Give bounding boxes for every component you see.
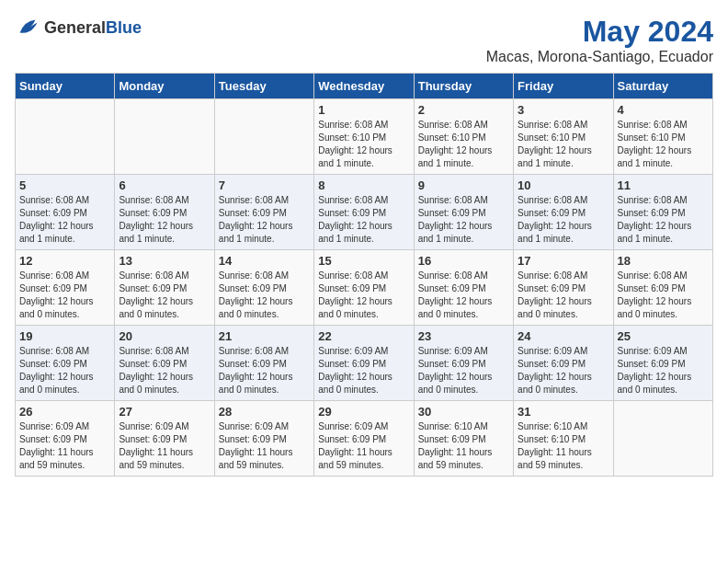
day-number: 27 [119,405,210,419]
calendar-cell: 21Sunrise: 6:08 AM Sunset: 6:09 PM Dayli… [214,326,313,401]
calendar-cell: 6Sunrise: 6:08 AM Sunset: 6:09 PM Daylig… [115,175,214,250]
calendar-cell: 2Sunrise: 6:08 AM Sunset: 6:10 PM Daylig… [414,99,513,175]
day-info: Sunrise: 6:08 AM Sunset: 6:09 PM Dayligh… [119,194,210,246]
day-info: Sunrise: 6:08 AM Sunset: 6:09 PM Dayligh… [318,194,409,246]
day-info: Sunrise: 6:09 AM Sunset: 6:09 PM Dayligh… [318,345,409,396]
calendar-cell: 13Sunrise: 6:08 AM Sunset: 6:09 PM Dayli… [115,250,214,326]
day-info: Sunrise: 6:08 AM Sunset: 6:09 PM Dayligh… [618,194,709,246]
calendar-cell: 8Sunrise: 6:08 AM Sunset: 6:09 PM Daylig… [314,175,414,250]
day-info: Sunrise: 6:10 AM Sunset: 6:09 PM Dayligh… [418,420,509,472]
day-number: 22 [318,329,409,343]
day-number: 10 [518,178,609,192]
day-number: 21 [219,329,310,343]
calendar-cell: 12Sunrise: 6:08 AM Sunset: 6:09 PM Dayli… [16,250,115,326]
day-info: Sunrise: 6:08 AM Sunset: 6:09 PM Dayligh… [318,270,409,321]
day-number: 24 [518,329,609,343]
calendar-table: Sunday Monday Tuesday Wednesday Thursday… [15,73,713,477]
day-number: 7 [219,178,310,192]
calendar-header: Sunday Monday Tuesday Wednesday Thursday… [16,74,713,99]
calendar-week-1: 1Sunrise: 6:08 AM Sunset: 6:10 PM Daylig… [16,99,713,175]
calendar-cell: 26Sunrise: 6:09 AM Sunset: 6:09 PM Dayli… [16,401,115,477]
day-info: Sunrise: 6:08 AM Sunset: 6:09 PM Dayligh… [518,194,609,246]
calendar-cell: 1Sunrise: 6:08 AM Sunset: 6:10 PM Daylig… [314,99,414,175]
calendar-cell [115,99,214,175]
day-info: Sunrise: 6:08 AM Sunset: 6:09 PM Dayligh… [518,270,609,321]
header-saturday: Saturday [613,74,712,99]
calendar-cell: 30Sunrise: 6:10 AM Sunset: 6:09 PM Dayli… [414,401,513,477]
day-number: 2 [418,103,509,117]
calendar-cell [16,99,115,175]
day-number: 16 [418,254,509,268]
day-number: 14 [219,254,310,268]
main-title: May 2024 [486,15,713,49]
day-number: 4 [618,103,709,117]
calendar-cell: 18Sunrise: 6:08 AM Sunset: 6:09 PM Dayli… [613,250,712,326]
calendar-cell: 7Sunrise: 6:08 AM Sunset: 6:09 PM Daylig… [214,175,313,250]
calendar-cell: 16Sunrise: 6:08 AM Sunset: 6:09 PM Dayli… [414,250,513,326]
logo-text: GeneralBlue [44,18,142,38]
day-number: 17 [518,254,609,268]
day-number: 8 [318,178,409,192]
day-number: 28 [219,405,310,419]
day-info: Sunrise: 6:09 AM Sunset: 6:09 PM Dayligh… [119,420,210,472]
day-info: Sunrise: 6:08 AM Sunset: 6:10 PM Dayligh… [618,119,709,170]
logo-icon [15,15,40,40]
header-tuesday: Tuesday [214,74,313,99]
day-number: 9 [418,178,509,192]
day-info: Sunrise: 6:08 AM Sunset: 6:09 PM Dayligh… [19,345,110,396]
calendar-cell: 10Sunrise: 6:08 AM Sunset: 6:09 PM Dayli… [514,175,613,250]
day-info: Sunrise: 6:10 AM Sunset: 6:10 PM Dayligh… [518,420,609,472]
calendar-cell: 22Sunrise: 6:09 AM Sunset: 6:09 PM Dayli… [314,326,414,401]
day-info: Sunrise: 6:08 AM Sunset: 6:09 PM Dayligh… [219,270,310,321]
title-area: May 2024 Macas, Morona-Santiago, Ecuador [486,15,713,65]
calendar-cell: 17Sunrise: 6:08 AM Sunset: 6:09 PM Dayli… [514,250,613,326]
day-info: Sunrise: 6:08 AM Sunset: 6:09 PM Dayligh… [119,345,210,396]
calendar-cell: 31Sunrise: 6:10 AM Sunset: 6:10 PM Dayli… [514,401,613,477]
day-info: Sunrise: 6:09 AM Sunset: 6:09 PM Dayligh… [418,345,509,396]
day-info: Sunrise: 6:08 AM Sunset: 6:09 PM Dayligh… [219,194,310,246]
day-info: Sunrise: 6:08 AM Sunset: 6:10 PM Dayligh… [518,119,609,170]
calendar-cell: 15Sunrise: 6:08 AM Sunset: 6:09 PM Dayli… [314,250,414,326]
day-number: 13 [119,254,210,268]
header-wednesday: Wednesday [314,74,414,99]
day-number: 12 [19,254,110,268]
day-info: Sunrise: 6:08 AM Sunset: 6:10 PM Dayligh… [418,119,509,170]
calendar-cell: 11Sunrise: 6:08 AM Sunset: 6:09 PM Dayli… [613,175,712,250]
page-header: GeneralBlue May 2024 Macas, Morona-Santi… [15,15,713,65]
day-number: 19 [19,329,110,343]
calendar-cell: 19Sunrise: 6:08 AM Sunset: 6:09 PM Dayli… [16,326,115,401]
day-number: 6 [119,178,210,192]
calendar-week-2: 5Sunrise: 6:08 AM Sunset: 6:09 PM Daylig… [16,175,713,250]
day-number: 18 [618,254,709,268]
day-info: Sunrise: 6:09 AM Sunset: 6:09 PM Dayligh… [618,345,709,396]
day-number: 5 [19,178,110,192]
header-friday: Friday [514,74,613,99]
calendar-cell: 9Sunrise: 6:08 AM Sunset: 6:09 PM Daylig… [414,175,513,250]
header-row: Sunday Monday Tuesday Wednesday Thursday… [16,74,713,99]
day-number: 15 [318,254,409,268]
calendar-cell: 25Sunrise: 6:09 AM Sunset: 6:09 PM Dayli… [613,326,712,401]
logo: GeneralBlue [15,15,142,40]
day-info: Sunrise: 6:08 AM Sunset: 6:09 PM Dayligh… [119,270,210,321]
day-info: Sunrise: 6:08 AM Sunset: 6:10 PM Dayligh… [318,119,409,170]
day-number: 26 [19,405,110,419]
day-number: 30 [418,405,509,419]
day-info: Sunrise: 6:09 AM Sunset: 6:09 PM Dayligh… [219,420,310,472]
calendar-cell: 29Sunrise: 6:09 AM Sunset: 6:09 PM Dayli… [314,401,414,477]
calendar-cell: 27Sunrise: 6:09 AM Sunset: 6:09 PM Dayli… [115,401,214,477]
day-info: Sunrise: 6:08 AM Sunset: 6:09 PM Dayligh… [618,270,709,321]
calendar-cell [214,99,313,175]
header-monday: Monday [115,74,214,99]
calendar-cell: 14Sunrise: 6:08 AM Sunset: 6:09 PM Dayli… [214,250,313,326]
calendar-body: 1Sunrise: 6:08 AM Sunset: 6:10 PM Daylig… [16,99,713,477]
subtitle: Macas, Morona-Santiago, Ecuador [486,49,713,65]
day-number: 11 [618,178,709,192]
day-info: Sunrise: 6:08 AM Sunset: 6:09 PM Dayligh… [219,345,310,396]
day-info: Sunrise: 6:08 AM Sunset: 6:09 PM Dayligh… [418,270,509,321]
day-info: Sunrise: 6:09 AM Sunset: 6:09 PM Dayligh… [318,420,409,472]
calendar-cell: 5Sunrise: 6:08 AM Sunset: 6:09 PM Daylig… [16,175,115,250]
day-number: 31 [518,405,609,419]
day-info: Sunrise: 6:08 AM Sunset: 6:09 PM Dayligh… [418,194,509,246]
header-thursday: Thursday [414,74,513,99]
day-info: Sunrise: 6:08 AM Sunset: 6:09 PM Dayligh… [19,270,110,321]
